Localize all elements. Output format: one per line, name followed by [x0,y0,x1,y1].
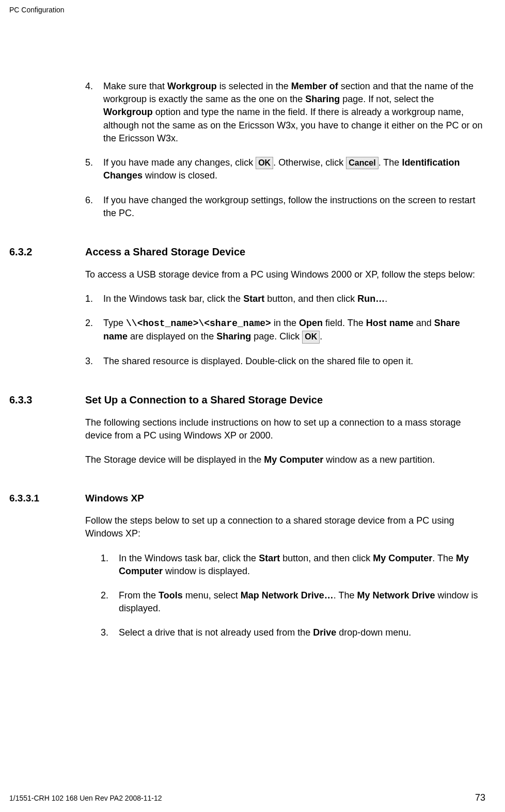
ok-button-label: OK [302,331,320,343]
bold: Drive [313,627,336,638]
text: . [385,294,387,304]
item-text: If you have made any changes, click OK. … [103,156,485,183]
text: page. If not, select the [340,94,434,104]
page-footer: 1/1551-CRH 102 168 Uen Rev PA2 2008-11-1… [9,791,485,804]
section-intro: Follow the steps below to set up a conne… [85,514,485,540]
section-6-3-3-1-heading: 6.3.3.1 Windows XP [0,492,485,506]
text: field. The [323,318,366,328]
text: Make sure that [103,81,167,91]
code: \\<host_name>\<share_name> [126,318,271,329]
text: Select a drive that is not already used … [119,627,313,638]
bold: My Computer [373,553,432,563]
text: . Otherwise, click [273,157,346,168]
section-title: Set Up a Connection to a Shared Storage … [85,393,323,407]
text: From the [119,590,159,600]
section-title: Windows XP [85,492,144,506]
page-header: PC Configuration [9,5,65,15]
item-number: 1. [101,552,119,578]
text: In the Windows task bar, click the [103,294,243,304]
bold: Open [299,318,323,328]
bold: My Network Drive [357,590,435,600]
item-number: 3. [101,626,119,639]
text: button, and then click [280,553,373,563]
item-text: The shared resource is displayed. Double… [103,355,485,368]
ok-button-label: OK [256,157,273,169]
list-item-5: 5. If you have made any changes, click O… [85,156,485,183]
text: window as a new partition. [323,454,435,465]
paragraph: The following sections include instructi… [85,416,485,442]
section-intro: To access a USB storage device from a PC… [85,268,485,281]
item-text: Select a drive that is not already used … [119,626,485,639]
text: Type [103,318,126,328]
text: is selected in the [217,81,291,91]
bold: Sharing [305,94,340,104]
page-content: 4. Make sure that Workgroup is selected … [0,80,505,651]
bold: Member of [291,81,338,91]
list-item-3: 3. The shared resource is displayed. Dou… [85,355,485,368]
bold: Run… [357,294,385,304]
list-item-3: 3. Select a drive that is not already us… [101,626,485,639]
section-6-3-3-heading: 6.3.3 Set Up a Connection to a Shared St… [0,393,485,407]
bold: Start [243,294,264,304]
item-number: 3. [85,355,103,368]
text: option and type the name in the field. I… [103,107,482,143]
bold: Start [259,553,280,563]
list-item-6: 6. If you have changed the workgroup set… [85,194,485,220]
list-item-2: 2. From the Tools menu, select Map Netwo… [101,589,485,615]
continued-list: 4. Make sure that Workgroup is selected … [85,80,485,220]
text: . The [378,157,402,168]
item-number: 6. [85,194,103,220]
text: window is closed. [143,170,217,181]
item-text: Make sure that Workgroup is selected in … [103,80,485,145]
list-item-1: 1. In the Windows task bar, click the St… [101,552,485,578]
text: . [320,331,322,342]
section-6-3-3-1-list: 1. In the Windows task bar, click the St… [101,552,485,640]
item-text: Type \\<host_name>\<share_name> in the O… [103,317,485,344]
text: menu, select [183,590,241,600]
bold: Host name [366,318,414,328]
list-item-1: 1. In the Windows task bar, click the St… [85,293,485,305]
bold: Map Network Drive… [241,590,334,600]
text: The Storage device will be displayed in … [85,454,264,465]
section-number: 6.3.2 [0,245,85,259]
text: are displayed on the [128,331,216,342]
text: If you have made any changes, click [103,157,256,168]
item-text: In the Windows task bar, click the Start… [103,293,485,305]
list-item-4: 4. Make sure that Workgroup is selected … [85,80,485,145]
list-item-2: 2. Type \\<host_name>\<share_name> in th… [85,317,485,344]
section-title: Access a Shared Storage Device [85,245,245,259]
section-number: 6.3.3.1 [0,492,85,506]
page-number: 73 [475,791,485,804]
text: window is displayed. [163,566,250,576]
item-text: From the Tools menu, select Map Network … [119,589,485,615]
bold: Tools [159,590,183,600]
section-6-3-2-heading: 6.3.2 Access a Shared Storage Device [0,245,485,259]
text: button, and then click [264,294,357,304]
item-text: If you have changed the workgroup settin… [103,194,485,220]
paragraph: The Storage device will be displayed in … [85,453,485,466]
bold: Sharing [216,331,251,342]
text: in the [271,318,299,328]
item-number: 2. [85,317,103,344]
item-number: 2. [101,589,119,615]
bold: Workgroup [167,81,217,91]
text: . The [432,553,456,563]
text: . The [334,590,357,600]
bold: Workgroup [103,107,153,117]
item-number: 1. [85,293,103,305]
document-id: 1/1551-CRH 102 168 Uen Rev PA2 2008-11-1… [9,793,162,804]
bold: My Computer [264,454,323,465]
item-text: In the Windows task bar, click the Start… [119,552,485,578]
section-6-3-2-list: 1. In the Windows task bar, click the St… [85,293,485,368]
item-number: 4. [85,80,103,145]
text: page. Click [251,331,302,342]
cancel-button-label: Cancel [346,157,378,169]
text: In the Windows task bar, click the [119,553,259,563]
text: drop-down menu. [336,627,411,638]
section-number: 6.3.3 [0,393,85,407]
item-number: 5. [85,156,103,183]
text: and [414,318,434,328]
